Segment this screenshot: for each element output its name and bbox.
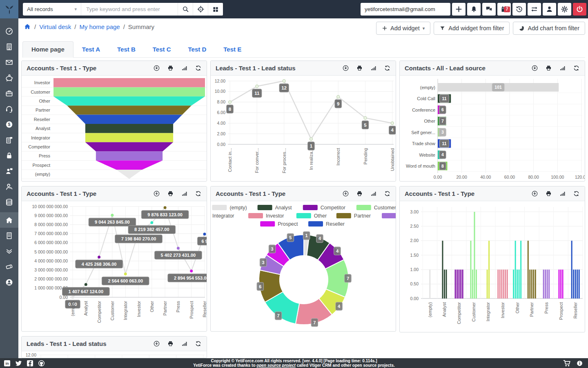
tab-test-c[interactable]: Test C bbox=[144, 42, 180, 57]
cart-icon[interactable] bbox=[563, 359, 571, 368]
dashboard-widget: Accounts - Test 1 - Type(empty)AnalystCo… bbox=[210, 186, 396, 332]
sidebar-item-lock[interactable] bbox=[0, 148, 18, 163]
chart-type-widget-button[interactable] bbox=[559, 190, 566, 197]
sidebar-item-piggy-bank[interactable] bbox=[0, 70, 18, 85]
svg-text:Reseller: Reseller bbox=[34, 117, 51, 122]
sidebar-item-headset[interactable] bbox=[0, 101, 18, 117]
sidebar-item-database[interactable] bbox=[0, 194, 18, 210]
refresh-widget-button[interactable] bbox=[384, 190, 391, 197]
download-widget-button[interactable] bbox=[342, 65, 349, 72]
apps-grid-button[interactable] bbox=[208, 3, 223, 16]
history-icon bbox=[515, 5, 523, 13]
chart-type-widget-button[interactable] bbox=[181, 65, 188, 72]
download-widget-button[interactable] bbox=[342, 190, 349, 197]
footer-socials: in bbox=[0, 359, 45, 367]
history-button[interactable] bbox=[512, 3, 526, 16]
print-widget-button[interactable] bbox=[356, 190, 363, 197]
svg-text:Conference: Conference bbox=[412, 108, 435, 112]
home-icon[interactable] bbox=[24, 23, 31, 30]
info-icon[interactable] bbox=[576, 360, 583, 367]
download-widget-button[interactable] bbox=[531, 190, 538, 197]
tab-home-page[interactable]: Home page bbox=[22, 41, 74, 58]
dashboard-actions: Add widget ▾ Add widget from filter Add … bbox=[376, 22, 585, 35]
print-widget-button[interactable] bbox=[356, 65, 363, 72]
download-widget-button[interactable] bbox=[153, 65, 160, 72]
linkedin-icon[interactable]: in bbox=[3, 359, 11, 367]
calendar-button[interactable]: 7 bbox=[497, 3, 511, 16]
svg-text:Trade show: Trade show bbox=[412, 141, 435, 146]
transfers-button[interactable] bbox=[528, 3, 541, 16]
person-icon bbox=[546, 5, 553, 13]
sidebar-item-person-phone[interactable] bbox=[0, 179, 18, 194]
breadcrumb-item[interactable]: Virtual desk bbox=[39, 23, 71, 30]
chart-type-widget-button[interactable] bbox=[559, 65, 566, 72]
add-widget-from-filter-button[interactable]: Add widget from filter bbox=[434, 22, 510, 35]
sidebar-item-ticket[interactable] bbox=[0, 259, 18, 274]
print-widget-button[interactable] bbox=[167, 65, 174, 72]
svg-text:1 407 647 124.00: 1 407 647 124.00 bbox=[68, 289, 103, 294]
dashboard-widget: Leads - Test 1 - Lead status0.002.004.00… bbox=[210, 61, 396, 182]
breadcrumb-item[interactable]: My home page bbox=[79, 23, 120, 30]
sidebar-item-dollar-coin[interactable]: $ bbox=[0, 117, 18, 132]
refresh-widget-button[interactable] bbox=[573, 190, 580, 197]
settings-button[interactable] bbox=[558, 3, 571, 16]
logout-button[interactable] bbox=[573, 3, 586, 16]
lock-icon bbox=[5, 151, 13, 160]
tab-test-b[interactable]: Test B bbox=[109, 42, 144, 57]
download-widget-button[interactable] bbox=[531, 65, 538, 72]
gauge-icon bbox=[5, 27, 13, 36]
yetiforce-logo[interactable] bbox=[0, 0, 18, 18]
add-widget-button[interactable]: Add widget ▾ bbox=[376, 22, 430, 35]
chart-type-widget-button[interactable] bbox=[370, 190, 377, 197]
search-input[interactable] bbox=[81, 3, 178, 16]
refresh-widget-button[interactable] bbox=[384, 65, 391, 72]
tab-test-d[interactable]: Test D bbox=[180, 42, 215, 57]
search-button[interactable] bbox=[178, 3, 193, 16]
refresh-widget-button[interactable] bbox=[195, 65, 202, 72]
notifications-button[interactable] bbox=[467, 3, 481, 16]
refresh-widget-button[interactable] bbox=[195, 190, 202, 197]
pie-chart-icon bbox=[519, 25, 525, 31]
svg-text:7 000 000 000.00: 7 000 000 000.00 bbox=[34, 231, 68, 236]
breadcrumb-separator: / bbox=[34, 23, 36, 30]
left-sidebar: $ bbox=[0, 18, 18, 358]
search-scope-select[interactable]: All records ▾ bbox=[23, 3, 81, 16]
svg-text:Reseller: Reseller bbox=[326, 221, 345, 227]
sidebar-item-building[interactable] bbox=[0, 39, 18, 54]
chart-type-widget-button[interactable] bbox=[370, 65, 377, 72]
sidebar-item-briefcase[interactable] bbox=[0, 85, 18, 101]
chart-type-widget-button[interactable] bbox=[181, 190, 188, 197]
sidebar-item-mail[interactable] bbox=[0, 54, 18, 70]
locate-button[interactable] bbox=[193, 3, 208, 16]
sidebar-item-building-card[interactable] bbox=[0, 132, 18, 148]
facebook-icon[interactable] bbox=[26, 359, 34, 367]
sidebar-item-gauge[interactable] bbox=[0, 23, 18, 39]
twitter-icon[interactable] bbox=[15, 359, 22, 367]
add-record-button[interactable] bbox=[452, 3, 466, 16]
sidebar-item-person-message[interactable] bbox=[0, 163, 18, 179]
add-chart-from-filter-button[interactable]: Add chart from filter bbox=[513, 22, 585, 35]
sidebar-item-building-alt[interactable] bbox=[0, 228, 18, 243]
download-widget-button[interactable] bbox=[153, 190, 160, 197]
tab-test-a[interactable]: Test A bbox=[74, 42, 109, 57]
user-button[interactable] bbox=[543, 3, 556, 16]
chart-type-widget-button[interactable] bbox=[181, 340, 188, 347]
print-widget-button[interactable] bbox=[545, 65, 552, 72]
sidebar-item-home[interactable] bbox=[0, 212, 18, 228]
user-email-input[interactable] bbox=[361, 3, 450, 16]
github-icon[interactable] bbox=[38, 359, 45, 367]
sidebar-item-person-circle[interactable] bbox=[0, 274, 18, 290]
widget-header: Accounts - Test 1 - Type bbox=[400, 186, 585, 201]
print-widget-button[interactable] bbox=[545, 190, 552, 197]
refresh-widget-button[interactable] bbox=[573, 65, 580, 72]
tab-test-e[interactable]: Test E bbox=[215, 42, 250, 57]
svg-text:4: 4 bbox=[336, 249, 339, 254]
svg-text:9 044 263 845.00: 9 044 263 845.00 bbox=[95, 220, 130, 224]
print-widget-button[interactable] bbox=[167, 340, 174, 347]
open-source-project-link[interactable]: open source project bbox=[256, 363, 296, 368]
messages-button[interactable] bbox=[482, 3, 496, 16]
sidebar-item-double-chevron[interactable] bbox=[0, 243, 18, 259]
print-widget-button[interactable] bbox=[167, 190, 174, 197]
download-widget-button[interactable] bbox=[153, 340, 160, 347]
refresh-widget-button[interactable] bbox=[195, 340, 202, 347]
